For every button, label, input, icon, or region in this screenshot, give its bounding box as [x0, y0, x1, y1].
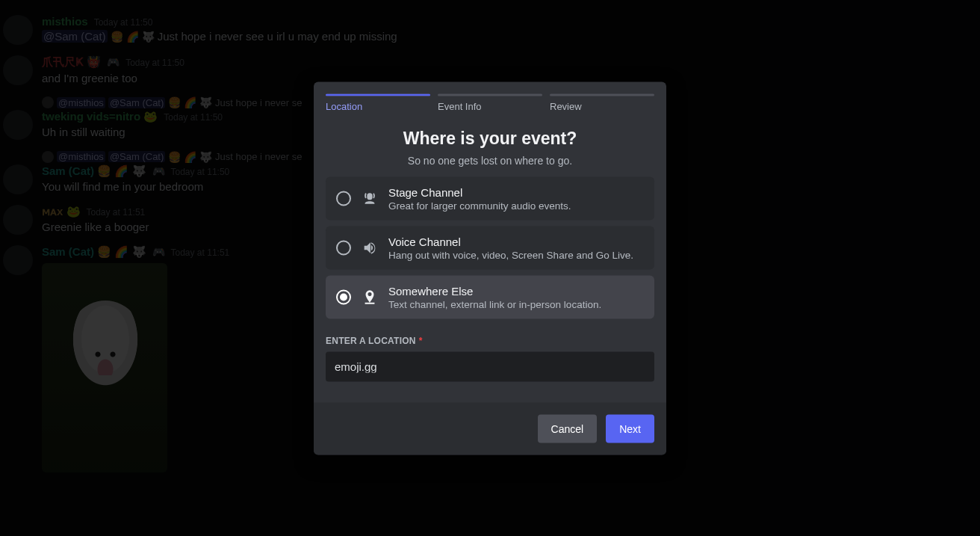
location-field: Enter a Location* — [314, 318, 666, 381]
stage-icon — [362, 190, 378, 206]
radio-icon — [336, 289, 351, 304]
radio-icon — [336, 240, 351, 255]
option-title: Voice Channel — [388, 235, 633, 247]
modal-title: Where is your event? — [326, 128, 654, 148]
option-desc: Text channel, external link or in-person… — [388, 298, 601, 309]
speaker-icon — [362, 239, 378, 256]
step-event-info[interactable]: Event Info — [438, 93, 542, 111]
cancel-button[interactable]: Cancel — [538, 414, 598, 443]
option-voice-channel[interactable]: Voice Channel Hang out with voice, video… — [326, 226, 654, 269]
option-somewhere-else[interactable]: Somewhere Else Text channel, external li… — [326, 275, 654, 318]
next-button[interactable]: Next — [606, 414, 654, 443]
option-desc: Great for larger community audio events. — [388, 200, 571, 211]
radio-icon — [336, 191, 351, 206]
modal-subtitle: So no one gets lost on where to go. — [326, 154, 654, 166]
option-stage-channel[interactable]: Stage Channel Great for larger community… — [326, 176, 654, 220]
step-location[interactable]: Location — [326, 93, 430, 111]
option-title: Somewhere Else — [388, 284, 601, 297]
step-review[interactable]: Review — [550, 93, 654, 111]
location-options: Stage Channel Great for larger community… — [314, 176, 666, 318]
create-event-modal: Location Event Info Review Where is your… — [314, 81, 666, 455]
location-input[interactable] — [326, 351, 654, 381]
field-label: Enter a Location* — [326, 335, 654, 345]
step-indicator: Location Event Info Review — [314, 81, 666, 111]
option-title: Stage Channel — [388, 185, 571, 198]
modal-footer: Cancel Next — [314, 402, 666, 455]
location-pin-icon — [362, 289, 378, 305]
option-desc: Hang out with voice, video, Screen Share… — [388, 249, 633, 260]
